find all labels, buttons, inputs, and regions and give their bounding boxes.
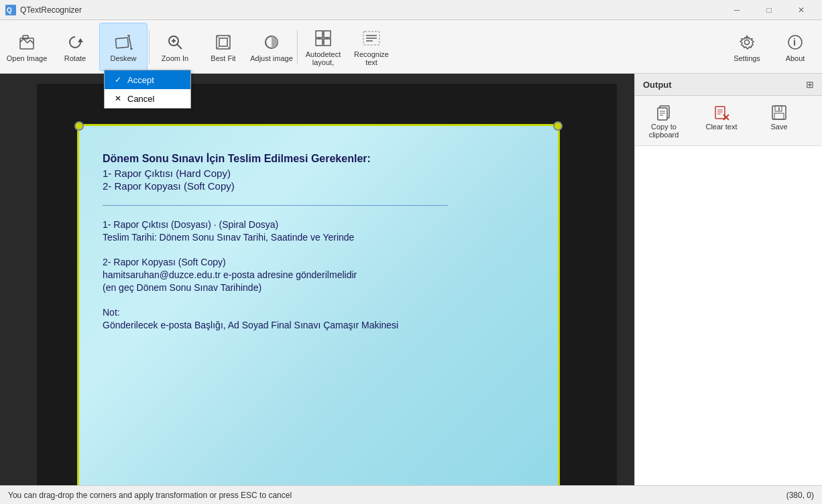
document-image: Dönem Sonu Sınavı İçin Teslim Edilmesi G…	[37, 84, 617, 485]
deskew-button[interactable]: Deskew	[99, 23, 148, 71]
output-panel: Output ⊞ Copy to clipboard	[634, 74, 822, 485]
maximize-button[interactable]: □	[754, 0, 784, 20]
svg-marker-4	[78, 38, 83, 42]
svg-rect-40	[715, 107, 725, 119]
sep2	[297, 30, 298, 64]
open-image-label: Open Image	[7, 54, 48, 62]
adjust-image-label: Adjust image	[250, 54, 293, 62]
status-hint: You can drag-drop the corners and apply …	[8, 491, 292, 500]
minimize-button[interactable]: ─	[721, 0, 752, 20]
slide-line6: 2- Rapor Kopyası (Soft Copy)	[103, 257, 534, 267]
accept-icon: ✓	[113, 74, 123, 85]
accept-menu-item[interactable]: ✓ Accept	[105, 70, 190, 89]
svg-line-12	[177, 44, 182, 49]
slide-line8: (en geç Dönem Sonu Sınav Tarihinde)	[103, 282, 534, 293]
deskew-icon	[113, 32, 134, 53]
save-icon	[770, 103, 788, 123]
svg-rect-22	[316, 39, 322, 46]
copy-clipboard-button[interactable]: Copy to clipboard	[640, 103, 687, 139]
best-fit-icon	[213, 32, 234, 53]
deskew-label: Deskew	[110, 54, 136, 62]
svg-rect-48	[774, 113, 784, 119]
copy-icon	[654, 103, 673, 123]
svg-rect-20	[316, 31, 322, 38]
clear-text-button[interactable]: Clear text	[698, 103, 745, 139]
save-label: Save	[770, 123, 787, 131]
toolbar: Open Image Rotate Deskew	[0, 20, 822, 74]
open-image-button[interactable]: Open Image	[3, 23, 51, 71]
svg-rect-47	[775, 106, 782, 111]
svg-line-6	[129, 36, 131, 49]
slide-line3: 2- Rapor Kopyası (Soft Copy)	[103, 180, 534, 192]
rotate-button[interactable]: Rotate	[51, 23, 99, 71]
slide-line2: 1- Rapor Çıktısı (Hard Copy)	[103, 168, 534, 179]
slide-line10: Gönderilecek e-posta Başlığı, Ad Soyad F…	[103, 320, 534, 330]
canvas-area[interactable]: Dönem Sonu Sınavı İçin Teslim Edilmesi G…	[0, 74, 634, 485]
settings-button[interactable]: Settings	[723, 23, 771, 71]
autodetect-button[interactable]: Autodetect layout,	[299, 23, 347, 71]
rotate-icon	[64, 32, 86, 53]
slide-line9: Not:	[103, 307, 534, 318]
slide-line1: Dönem Sonu Sınavı İçin Teslim Edilmesi G…	[103, 153, 534, 165]
slide-line4: 1- Rapor Çıktısı (Dosyası) · (Spiral Dos…	[103, 219, 534, 230]
main-area: Dönem Sonu Sınavı İçin Teslim Edilmesi G…	[0, 74, 822, 485]
adjust-image-icon	[261, 32, 282, 53]
cancel-label: Cancel	[127, 94, 154, 104]
sep1	[149, 30, 150, 64]
svg-rect-14	[219, 38, 227, 46]
adjust-image-button[interactable]: Adjust image	[247, 23, 296, 71]
recognize-text-label: Recognize text	[350, 50, 393, 66]
slide-divider	[103, 205, 448, 206]
titlebar: Q QTextRecognizer ─ □ ✕	[0, 0, 822, 20]
clear-label: Clear text	[705, 123, 737, 131]
about-button[interactable]: i About	[771, 23, 819, 71]
svg-rect-23	[324, 39, 331, 46]
svg-rect-3	[23, 36, 28, 39]
recognize-text-button[interactable]: Recognize text	[347, 23, 396, 71]
document-container: Dönem Sonu Sınavı İçin Teslim Edilmesi G…	[37, 84, 617, 485]
best-fit-label: Best Fit	[211, 54, 235, 62]
rotate-label: Rotate	[64, 54, 86, 62]
panel-tools: Copy to clipboard Clear text	[635, 96, 822, 146]
svg-point-32	[745, 40, 750, 44]
svg-rect-21	[324, 31, 331, 38]
svg-text:Q: Q	[7, 7, 12, 14]
close-button[interactable]: ✕	[786, 0, 817, 20]
cancel-menu-item[interactable]: ✕ Cancel	[105, 89, 190, 108]
autodetect-label: Autodetect layout,	[302, 50, 345, 66]
zoom-in-icon	[164, 32, 186, 53]
save-button[interactable]: Save	[756, 103, 803, 139]
accept-label: Accept	[127, 75, 154, 85]
slide-content: Dönem Sonu Sınavı İçin Teslim Edilmesi G…	[79, 126, 558, 359]
best-fit-button[interactable]: Best Fit	[199, 23, 247, 71]
panel-options-icon[interactable]: ⊞	[806, 79, 814, 90]
zoom-in-label: Zoom In	[162, 54, 188, 62]
output-text-area[interactable]	[635, 146, 822, 485]
about-icon: i	[784, 32, 806, 53]
clear-icon	[712, 103, 731, 123]
slide-line7: hamitsaruhan@duzce.edu.tr e-posta adresi…	[103, 269, 534, 280]
statusbar: You can drag-drop the corners and apply …	[0, 485, 822, 504]
svg-rect-36	[658, 108, 667, 120]
handle-top-right[interactable]	[553, 121, 563, 131]
handle-top-left[interactable]	[74, 121, 84, 131]
status-coords: (380, 0)	[786, 491, 814, 500]
open-image-icon	[16, 32, 38, 53]
cancel-icon: ✕	[113, 93, 123, 104]
app-icon: Q	[5, 5, 16, 15]
app-title: QTextRecognizer	[20, 5, 721, 15]
panel-title: Output	[643, 80, 672, 90]
deskew-dropdown: ✓ Accept ✕ Cancel	[104, 70, 191, 109]
settings-label: Settings	[733, 54, 760, 62]
svg-rect-5	[115, 38, 128, 48]
slide-line5: Teslim Tarihi: Dönem Sonu Sınav Tarihi, …	[103, 232, 534, 243]
autodetect-icon	[312, 27, 334, 49]
window-controls: ─ □ ✕	[721, 0, 817, 20]
slide-area[interactable]: Dönem Sonu Sınavı İçin Teslim Edilmesi G…	[77, 124, 560, 485]
about-label: About	[786, 54, 805, 62]
svg-text:i: i	[793, 37, 796, 48]
copy-label: Copy to clipboard	[640, 123, 687, 139]
recognize-text-icon	[361, 27, 382, 49]
zoom-in-button[interactable]: Zoom In	[151, 23, 199, 71]
panel-header: Output ⊞	[635, 74, 822, 96]
